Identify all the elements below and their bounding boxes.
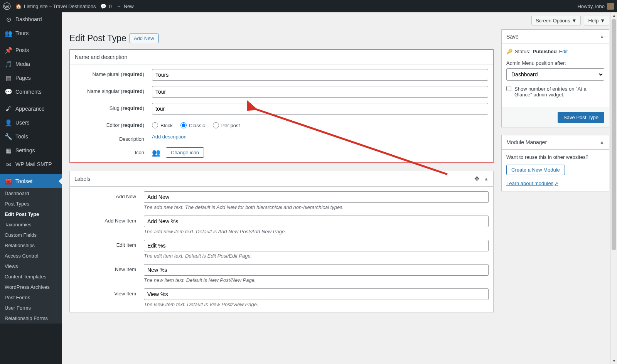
save-post-type-button[interactable]: Save Post Type: [558, 112, 604, 123]
sub-views[interactable]: Views: [0, 261, 62, 271]
module-header[interactable]: Module Manager ▲: [502, 135, 609, 150]
admin-sidebar: ⊙Dashboard 👥Tours 📌Posts 🎵Media ▤Pages 💬…: [0, 12, 62, 364]
sub-user-forms[interactable]: User Forms: [0, 303, 62, 313]
sub-taxonomies[interactable]: Taxonomies: [0, 219, 62, 230]
help-button[interactable]: Help ▼: [584, 16, 609, 25]
name-singular-input[interactable]: [152, 86, 488, 98]
editor-classic-radio[interactable]: Classic: [180, 122, 205, 128]
status-value: Published: [533, 49, 556, 54]
label-field-input[interactable]: [144, 191, 489, 203]
add-description-link[interactable]: Add description: [152, 134, 187, 140]
collapse-toggle[interactable]: ▲: [484, 176, 489, 182]
sidebar-item-pages[interactable]: ▤Pages: [0, 71, 62, 85]
sidebar-item-tools[interactable]: 🔧Tools: [0, 130, 62, 143]
editor-label: Editor (required): [75, 120, 152, 128]
sub-content-templates[interactable]: Content Templates: [0, 271, 62, 282]
editor-perpost-radio[interactable]: Per post: [213, 122, 240, 128]
sub-post-forms[interactable]: Post Forms: [0, 292, 62, 303]
main-content: Screen Options ▼ Help ▼ Edit Post Type A…: [62, 12, 617, 364]
collapse-toggle[interactable]: ▲: [600, 140, 604, 145]
mail-icon: ✉: [5, 160, 12, 168]
site-home-link[interactable]: 🏠 Listing site – Travel Destinations: [15, 3, 96, 9]
wp-logo[interactable]: [3, 2, 11, 10]
sidebar-item-appearance[interactable]: 🖌Appearance: [0, 102, 62, 116]
slug-input[interactable]: [152, 103, 488, 115]
label-field-desc: The edit item text. Default is Edit Post…: [144, 253, 489, 259]
sidebar-item-users[interactable]: 👤Users: [0, 116, 62, 130]
name-plural-input[interactable]: [152, 69, 488, 81]
scroll-down-arrow[interactable]: ▼: [611, 357, 617, 364]
add-new-button[interactable]: Add New: [130, 34, 158, 43]
sub-wp-archives[interactable]: WordPress Archives: [0, 282, 62, 292]
wrench-icon: 🔧: [5, 133, 12, 140]
sidebar-item-wpmail[interactable]: ✉WP Mail SMTP: [0, 157, 62, 171]
sidebar-item-settings[interactable]: ▦Settings: [0, 143, 62, 157]
sub-relationship-forms[interactable]: Relationship Forms: [0, 313, 62, 324]
label-row: View Item The view item text. Default is…: [74, 288, 489, 307]
comment-icon: 💬: [100, 3, 106, 9]
labels-header[interactable]: Labels ✥ ▲: [70, 171, 493, 187]
label-row: Edit Item The edit item text. Default is…: [74, 240, 489, 259]
menu-position-label: Admin Menu position after:: [506, 60, 604, 66]
sidebar-item-dashboard[interactable]: ⊙Dashboard: [0, 12, 62, 26]
new-content[interactable]: ＋ New: [116, 3, 134, 10]
dashboard-icon: ⊙: [5, 15, 12, 23]
labels-box: Labels ✥ ▲ Add New The add new text. The…: [69, 171, 494, 312]
admin-toolbar: 🏠 Listing site – Travel Destinations 💬 0…: [0, 0, 617, 12]
scroll-up-arrow[interactable]: ▲: [611, 12, 617, 19]
sidebar-item-tours[interactable]: 👥Tours: [0, 26, 62, 40]
label-field-input[interactable]: [144, 288, 489, 300]
name-description-box: Name and description Name plural (requir…: [69, 49, 494, 163]
label-field-label: View Item: [74, 288, 144, 297]
screen-options-button[interactable]: Screen Options ▼: [531, 16, 581, 25]
home-icon: 🏠: [15, 3, 22, 9]
learn-modules-link[interactable]: Learn about modules: [506, 180, 558, 186]
editor-block-radio[interactable]: Block: [152, 122, 173, 128]
move-icon[interactable]: ✥: [474, 175, 479, 182]
at-glance-checkbox[interactable]: Show number of entries on "At a Glance" …: [506, 86, 604, 98]
page-title: Edit Post Type Add New: [69, 33, 494, 44]
label-field-label: New Item: [74, 264, 144, 272]
site-name: Listing site – Travel Destinations: [24, 3, 96, 9]
sidebar-item-comments[interactable]: 💬Comments: [0, 85, 62, 99]
chevron-down-icon: ▼: [600, 18, 605, 24]
sidebar-item-media[interactable]: 🎵Media: [0, 57, 62, 71]
pin-icon: 📌: [5, 46, 12, 54]
sub-post-types[interactable]: Post Types: [0, 199, 62, 209]
groups-icon: 👥: [5, 29, 12, 37]
menu-position-select[interactable]: Dashboard: [506, 68, 604, 81]
collapse-toggle[interactable]: ▲: [600, 34, 604, 39]
comment-icon: 💬: [5, 88, 12, 96]
save-header[interactable]: Save ▲: [502, 30, 609, 44]
avatar: [607, 3, 614, 10]
sub-dashboard[interactable]: Dashboard: [0, 188, 62, 199]
label-field-desc: The view item text. Default is View Post…: [144, 302, 489, 307]
reuse-text: Want to reuse this in other websites?: [506, 154, 604, 160]
label-field-input[interactable]: [144, 264, 489, 276]
description-label: Description: [75, 134, 152, 142]
howdy-link[interactable]: Howdy, lobo: [577, 3, 614, 10]
scrollbar[interactable]: ▲ ▼: [610, 12, 617, 364]
settings-icon: ▦: [5, 147, 12, 154]
scrollbar-thumb[interactable]: [612, 19, 616, 250]
sidebar-item-toolset[interactable]: 🧰Toolset: [0, 174, 62, 188]
sub-relationships[interactable]: Relationships: [0, 240, 62, 251]
edit-status-link[interactable]: Edit: [559, 49, 568, 54]
sub-custom-fields[interactable]: Custom Fields: [0, 230, 62, 240]
label-field-input[interactable]: [144, 216, 489, 227]
key-icon: 🔑: [506, 49, 512, 54]
sub-edit-post-type[interactable]: Edit Post Type: [0, 209, 62, 219]
label-field-desc: The new item text. Default is New Post/N…: [144, 277, 489, 283]
chevron-down-icon: ▼: [572, 18, 577, 24]
label-field-desc: The add new item text. Default is Add Ne…: [144, 229, 489, 234]
save-box: Save ▲ 🔑 Status: Published Edit Admin Me…: [501, 29, 609, 127]
page-icon: ▤: [5, 74, 12, 82]
comments-link[interactable]: 💬 0: [100, 3, 111, 9]
create-module-button[interactable]: Create a New Module: [506, 165, 565, 175]
change-icon-button[interactable]: Change icon: [166, 147, 204, 158]
label-field-input[interactable]: [144, 240, 489, 251]
label-field-label: Edit Item: [74, 240, 144, 248]
label-field-desc: The add new text. The default is Add New…: [144, 204, 489, 210]
sidebar-item-posts[interactable]: 📌Posts: [0, 43, 62, 57]
sub-access-control[interactable]: Access Control: [0, 251, 62, 261]
